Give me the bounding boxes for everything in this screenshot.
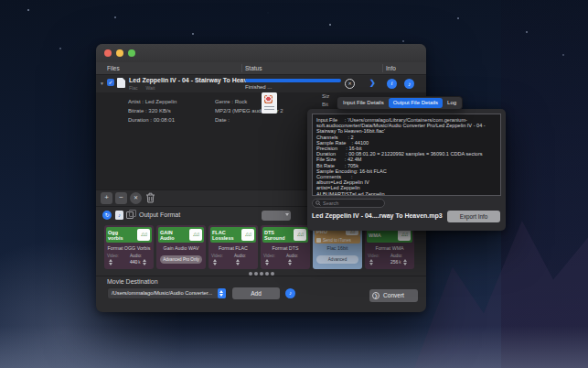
stepper-icon[interactable] (236, 259, 241, 265)
add-file-button[interactable]: + (101, 192, 112, 204)
file-format-label: Flac (129, 85, 137, 91)
format-name: Flac 16bit (313, 245, 362, 251)
sync-icon[interactable]: ↻ (102, 211, 112, 220)
column-info[interactable]: Info (386, 65, 396, 71)
file-checkbox[interactable]: ✓ (107, 79, 114, 86)
advanced-button[interactable]: Advanced (316, 255, 358, 264)
tab-input-file-details[interactable]: Input File Details (338, 98, 389, 108)
search-field[interactable] (312, 199, 385, 208)
stepper-icon[interactable] (403, 259, 408, 265)
column-divider (382, 64, 383, 72)
format-badge: Oggvorbis♫♫ (106, 227, 152, 243)
column-files[interactable]: Files (107, 65, 120, 71)
format-card-wma[interactable]: WMA♫♫Format WMAVideo:Audio:256k (365, 225, 414, 269)
convert-label: Convert (383, 292, 404, 298)
info-icon[interactable]: i (387, 79, 397, 89)
format-card-ogg-vorbis[interactable]: Oggvorbis♫♫Format OGG VorbisVideo:Audio:… (104, 225, 154, 269)
detail-line: Duration : 00:08:01 (128, 115, 176, 124)
close-window-button[interactable] (104, 49, 112, 57)
movie-destination-label: Movie Destination (107, 278, 158, 285)
format-name: Format OGG Vorbis (104, 245, 154, 251)
format-card-pro[interactable]: PRO♫♫Send to iTunesFlac 16bitAdvanced (313, 225, 362, 269)
format-name: Format DTS (261, 245, 310, 251)
convert-button[interactable]: ❯ Convert (369, 289, 418, 302)
clear-button[interactable]: ✕ (130, 192, 142, 204)
output-filename: Led Zeppelin IV - 04....rway To Heaven.m… (312, 212, 443, 219)
file-subtitle: FlacWait (129, 85, 163, 91)
convert-chevron-icon: ❯ (372, 292, 380, 299)
stepper-icon[interactable] (109, 259, 113, 265)
file-title: Led Zeppelin IV - 04 - Stairway To Heave… (129, 77, 262, 83)
music-notes-icon: ♫♫ (241, 229, 254, 241)
status-text: Finished ... (245, 84, 272, 90)
format-name: Gain Audio WAV (156, 245, 206, 251)
table-header: Files Status Info (96, 62, 426, 75)
disclosure-triangle-icon[interactable]: ▼ (100, 81, 104, 86)
tab-log[interactable]: Log (443, 98, 461, 108)
file-info-text: Input File : '/Users/ommalago/Library/Co… (316, 117, 497, 196)
music-notes-icon: ♫♫ (189, 229, 202, 241)
preview-icon[interactable]: ♪ (404, 79, 414, 89)
format-cards: Oggvorbis♫♫Format OGG VorbisVideo:Audio:… (96, 225, 426, 269)
minimize-window-button[interactable] (116, 49, 123, 57)
file-details-popup: Input File : '/Users/ommalago/Library/Co… (307, 109, 506, 231)
audio-value: 256 (390, 259, 398, 265)
stepper-icon[interactable] (288, 259, 293, 265)
album-art-thumbnail (262, 92, 277, 114)
format-name: Format FLAC (208, 245, 258, 251)
audio-file-icon[interactable]: ♪ (115, 211, 123, 220)
format-badge: GAINAudio♫♫ (158, 227, 204, 243)
search-icon (315, 200, 321, 206)
progress-bar (245, 79, 341, 82)
unit-label: k (138, 260, 140, 265)
column-divider (241, 64, 242, 72)
destination-dropdown[interactable]: /Users/ommalago/Music/Audio Converter... (107, 287, 227, 299)
detail-line: Siz (322, 92, 329, 101)
detail-line: Date : (215, 115, 283, 124)
file-state-label: Wait (145, 85, 155, 91)
format-card-gain-audio[interactable]: GAINAudio♫♫Gain Audio WAVAdvanced Pro On… (156, 225, 206, 269)
format-badge: FLACLossless♫♫ (210, 227, 256, 243)
advanced-button[interactable]: Advanced Pro Only (160, 255, 202, 264)
detail-line: Artist : Led Zeppelin (128, 97, 176, 106)
format-badge: DTSSuround♫♫ (262, 227, 308, 243)
copy-formats-icon[interactable] (126, 211, 134, 219)
export-info-button[interactable]: Export Info (447, 211, 500, 222)
cancel-icon[interactable]: ✕ (345, 79, 355, 89)
format-card-flac-lossless[interactable]: FLACLossless♫♫Format FLACVideo:Audio: (208, 225, 258, 269)
detail-line: Bit (322, 101, 329, 109)
detail-line: Bitrate : 320 KB/s (128, 106, 176, 115)
music-notes-icon: ♫♫ (294, 229, 306, 241)
music-notes-icon: ♫♫ (137, 229, 150, 241)
details-left: Artist : Led ZeppelinBitrate : 320 KB/sD… (128, 97, 176, 124)
trash-icon[interactable] (144, 192, 156, 204)
stepper-icon[interactable] (143, 259, 147, 265)
file-document-icon (117, 78, 125, 88)
tab-output-file-details[interactable]: Output File Details (389, 98, 443, 108)
divider (96, 276, 426, 276)
send-to-itunes-checkbox[interactable]: Send to iTunes (315, 236, 360, 244)
file-info-textarea[interactable]: Input File : '/Users/ommalago/Library/Co… (312, 114, 501, 196)
column-status[interactable]: Status (245, 65, 262, 71)
stepper-icon[interactable] (265, 259, 270, 265)
play-icon[interactable]: ❯ (369, 79, 376, 87)
search-input[interactable] (323, 200, 378, 206)
title-bar[interactable] (96, 44, 426, 63)
popup-tab-bar: Input File DetailsOutput File DetailsLog (337, 96, 463, 110)
stars (27, 9, 29, 11)
audio-value: 440 (130, 259, 137, 265)
stepper-icon[interactable] (369, 259, 374, 265)
format-name: Format WMA (365, 245, 414, 251)
stepper-icon[interactable] (213, 259, 218, 265)
destination-stepper-icon[interactable] (218, 288, 226, 298)
browse-icon[interactable]: ♪ (285, 288, 295, 298)
add-destination-button[interactable]: Add (232, 287, 280, 299)
zoom-window-button[interactable] (128, 49, 135, 57)
format-options-dropdown[interactable] (262, 211, 291, 221)
remove-file-button[interactable]: − (115, 192, 127, 204)
output-format-label: Output Format (139, 211, 180, 218)
format-card-dts-suround[interactable]: DTSSuround♫♫Format DTSVideo:Audio: (261, 225, 310, 269)
fog (0, 326, 588, 368)
unit-label: k (399, 260, 401, 265)
table-row[interactable]: ▼ ✓ Led Zeppelin IV - 04 - Stairway To H… (96, 75, 426, 92)
